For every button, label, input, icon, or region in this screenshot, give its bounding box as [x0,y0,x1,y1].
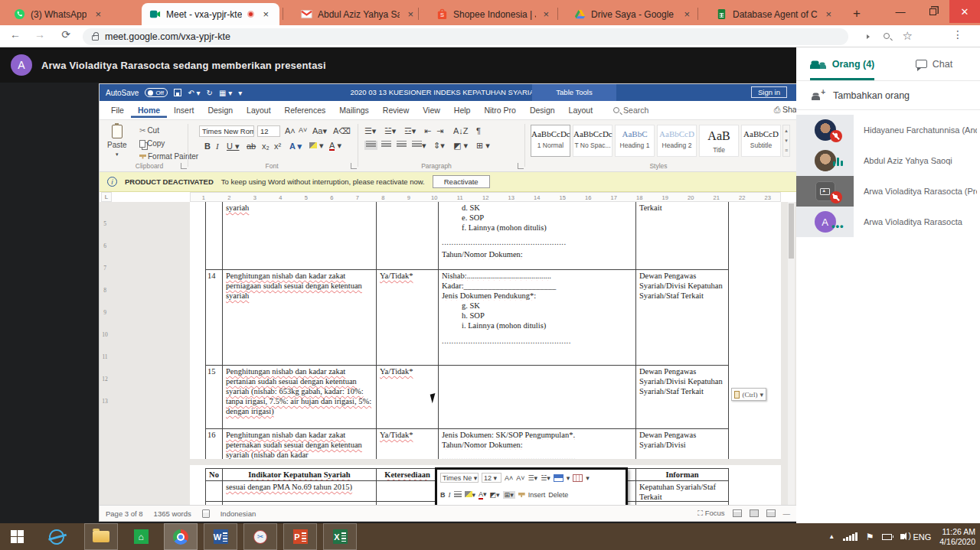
ribbon-tab[interactable]: File [104,103,131,118]
tab-meet[interactable]: Meet - vxa-ypjr-kte × [142,3,279,25]
clock[interactable]: 11:26 AM 4/16/2020 [939,527,975,547]
tray-expand-icon[interactable]: ▲ [828,533,835,540]
mini-borders-icon[interactable]: ⊞▾ [503,491,515,499]
copy-button[interactable]: Copy [139,139,165,148]
tab-stop-selector[interactable]: L [101,192,112,202]
sign-in-button[interactable]: Sign in [751,86,787,98]
paste-options-button[interactable]: (Ctrl)▾ [731,388,766,401]
tab-close-icon[interactable]: × [405,8,416,21]
italic-button[interactable]: I [216,142,219,151]
taskbar-ie[interactable] [40,523,74,550]
document-area[interactable]: 5678910111213 syariah d. SK e. SOP f. La… [100,202,796,505]
restore-button[interactable] [917,0,948,23]
underline-button[interactable]: U ▾ [227,142,240,151]
ribbon-tab[interactable]: Help [447,103,478,118]
ribbon-tab[interactable]: Layout [562,103,600,118]
taskbar-snipping-tool[interactable]: ✂ [243,523,277,550]
taskbar-powerpoint[interactable]: P [283,523,317,550]
mini-table-borders-icon[interactable] [573,474,583,482]
bullets-icon[interactable]: ☰▾ [364,126,376,136]
clipboard-dialog-launcher[interactable] [181,163,187,169]
indicator-text[interactable]: Penghitungan nishab dan kadar zakat pern… [226,272,362,300]
superscript-button[interactable]: x² [274,142,281,151]
taskbar-chrome[interactable] [164,523,198,550]
volume-icon[interactable] [900,534,904,539]
mini-font-color-icon[interactable]: A▾ [479,490,487,500]
change-case-icon[interactable]: Aa▾ [312,126,327,136]
taskbar-excel[interactable]: X [323,523,357,550]
ribbon-tab[interactable]: Layout [240,103,278,118]
mini-delete-button[interactable]: Delete [548,491,568,499]
table-row[interactable]: syariah d. SK e. SOP f. Lainnya (mohon d… [205,202,729,270]
print-layout-icon[interactable] [750,509,759,517]
subscript-button[interactable]: x₂ [262,142,270,151]
font-color-button[interactable]: A ▾ [329,141,341,151]
tab-close-icon[interactable]: × [92,8,104,21]
table-row-14[interactable]: 14 Penghitungan nishab dan kadar zakat p… [205,270,729,366]
participant-row[interactable]: A ••• Arwa Violaditya Rarasocta [796,207,980,237]
style-heading1[interactable]: AaBbCHeading 1 [615,125,655,157]
action-center-icon[interactable]: ⚑ [866,532,874,542]
proofing-icon[interactable] [202,509,210,518]
tab-people[interactable]: Orang (4) [796,47,888,80]
indicator-text[interactable]: syariah [226,203,249,212]
mini-size-select[interactable]: 12 ▾ [482,473,501,483]
ribbon-tab[interactable]: Insert [167,103,201,118]
tab-close-icon[interactable]: × [260,8,272,21]
paste-button[interactable]: Paste▾ [107,125,127,158]
style-normal[interactable]: AaBbCcDc1 Normal [531,125,570,157]
horizontal-ruler[interactable]: 1234567891011121314151617181920212223 [190,192,781,202]
tab-chat[interactable]: Chat [888,47,980,80]
stamp-icon[interactable]: ▦ ▾ [219,89,232,97]
tab-drive[interactable]: Drive Saya - Google Driv × [567,3,698,25]
redo-icon[interactable]: ↻ [207,89,213,97]
vertical-ruler[interactable]: 5678910111213 [100,213,110,412]
mini-font-select[interactable]: Times Ne ▾ [440,473,479,483]
ribbon-tab[interactable]: Design [201,103,240,118]
focus-mode-button[interactable]: ⛶ Focus [697,509,724,518]
increase-indent-icon[interactable]: ⇥ [436,126,443,136]
styles-gallery-scroll[interactable]: ▴▾≡ [782,125,790,157]
mini-grow-font-icon[interactable]: A˄ [505,474,513,482]
mini-italic-button[interactable]: I [449,491,451,499]
multilevel-list-icon[interactable]: ☲▾ [404,126,416,136]
participant-row[interactable]: Hidayaneu Farchatunnisa (And... [796,115,980,145]
new-tab-button[interactable]: + [848,6,865,21]
mini-bold-button[interactable]: B [440,491,446,499]
tab-gmail[interactable]: Abdul Aziz Yahya Saoqi × [293,3,422,25]
ribbon-tab[interactable]: Home [131,103,167,118]
forward-icon[interactable]: → [32,28,47,41]
minimize-button[interactable]: — [885,0,916,23]
start-button[interactable] [0,523,34,550]
bookmark-star-icon[interactable]: ☆ [903,29,913,43]
shading-icon[interactable]: ◩ ▾ [453,141,468,151]
mini-bullets-icon[interactable]: ☰▾ [528,474,538,482]
language-indicator[interactable]: Indonesian [220,509,256,518]
bold-button[interactable]: B [204,142,211,151]
shrink-font-icon[interactable]: A˅ [299,126,307,134]
language-switcher[interactable]: ENG [913,532,931,542]
table-row-16[interactable]: 16 Penghitungan nishab dan kadar zakat p… [205,429,729,459]
table-row-15[interactable]: 15 Penghitungan nishab dan kadar zakat p… [205,366,729,429]
taskbar-file-explorer[interactable] [84,523,118,550]
tab-close-icon[interactable]: × [823,8,834,21]
justify-icon[interactable]: ▾ [412,141,426,151]
align-left-icon[interactable] [364,141,377,150]
ribbon-tab[interactable]: Mailings [332,103,376,118]
zoom-icon[interactable] [884,30,890,41]
tab-whatsapp[interactable]: (3) WhatsApp × [6,3,141,25]
strikethrough-button[interactable]: ab [247,142,256,151]
close-button[interactable]: ✕ [949,0,980,23]
undo-icon[interactable]: ↶ ▾ [188,89,200,97]
overflow-menu-icon[interactable]: ••• [831,220,844,232]
grow-font-icon[interactable]: A˄ [285,126,296,135]
battery-icon[interactable] [882,534,892,540]
indicator-text[interactable]: Penghitungan nishab dan kadar zakat pete… [226,431,362,459]
tab-close-icon[interactable]: × [682,8,692,21]
format-painter-button[interactable]: Format Painter [139,152,198,161]
font-name-select[interactable]: Times New Rom [199,125,254,137]
font-size-select[interactable]: 12 [257,125,280,137]
reload-icon[interactable]: ⟳ [58,28,74,41]
save-icon[interactable] [174,89,181,96]
ribbon-tab[interactable]: Nitro Pro [477,103,522,118]
